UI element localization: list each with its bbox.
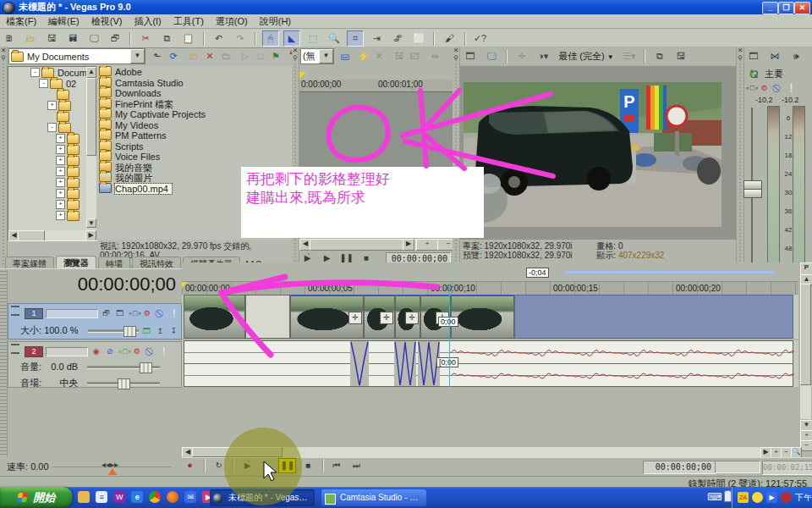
tree-item[interactable] xyxy=(8,89,96,100)
end-time-display[interactable]: 00:00:02;15 xyxy=(762,461,812,475)
track-1-header[interactable]: 1 🗗 🗔 ∘□∘ ⚙ ⃠ ❕ 大小: 100.0 % 🗖 ↥ ↧ xyxy=(8,303,182,340)
tree-item[interactable]: + xyxy=(8,199,96,210)
menu-item[interactable]: 工具(T) xyxy=(167,14,210,28)
dock-tab[interactable]: 專案媒體 xyxy=(5,257,54,268)
file-list-item[interactable]: Adobe xyxy=(96,66,292,77)
whats-this-help-icon[interactable]: ✓? xyxy=(472,30,489,47)
file-list-item[interactable]: Scripts xyxy=(96,141,292,152)
track-level-slider[interactable] xyxy=(88,329,139,333)
track-fx-icon[interactable]: 🗖 xyxy=(141,326,152,336)
selection-length-display[interactable] xyxy=(715,461,760,473)
tree-item[interactable]: + xyxy=(8,177,96,188)
auto-preview-icon[interactable]: ⚑ xyxy=(267,48,284,64)
minimize-button[interactable]: _ xyxy=(762,2,778,14)
selection-edit-tool-icon[interactable]: ⬚ xyxy=(304,30,321,47)
mute-icon[interactable]: ⃠ xyxy=(145,346,156,356)
file-list-item[interactable]: Downloads xyxy=(96,87,292,98)
track-fx-icon[interactable]: ⚙ xyxy=(131,346,142,356)
file-list-item[interactable]: My Videos xyxy=(96,119,292,130)
file-list-item[interactable]: Camtasia Studio xyxy=(96,77,292,88)
media-fx-icon[interactable]: ⚡ xyxy=(355,48,372,64)
normal-edit-tool-icon[interactable]: 🖰 xyxy=(262,30,279,47)
composite-mode-icon[interactable]: 🗔 xyxy=(114,308,125,318)
mute-icon[interactable]: ⃠ xyxy=(155,308,166,318)
start-button[interactable]: 開始 xyxy=(0,487,73,508)
pin-icon[interactable]: ⚲ xyxy=(737,54,743,62)
scroll-up-icon[interactable]: ▲ xyxy=(86,67,96,78)
play-from-start-icon[interactable]: ▶̍ xyxy=(239,459,255,472)
tree-expander-icon[interactable]: + xyxy=(56,178,65,187)
delete-icon[interactable]: ✕ xyxy=(201,48,218,64)
edit-details-icon[interactable]: 🗠 xyxy=(406,48,423,64)
go-to-start-icon[interactable]: ⏮ xyxy=(329,459,345,472)
open-icon[interactable]: 🗁 xyxy=(22,30,39,47)
menu-item[interactable]: 插入(I) xyxy=(128,14,167,28)
tree-item[interactable]: + xyxy=(8,100,96,111)
close-button[interactable]: ✕ xyxy=(794,2,810,14)
media-app-icon[interactable]: W xyxy=(113,491,125,503)
paste-icon[interactable]: 📋 xyxy=(180,30,197,47)
dock-tab[interactable]: 視訊特效 xyxy=(132,257,181,268)
cursor-time-display[interactable]: 00:00:00;00 xyxy=(643,461,716,474)
file-list-item[interactable]: FinePrint 檔案 xyxy=(96,98,292,109)
folder-tree[interactable]: -Docum-02+-++++++++ ▲ ▼ ◀ ▶ xyxy=(8,66,97,241)
close-icon[interactable]: ✕ xyxy=(737,47,743,54)
pan-slider[interactable] xyxy=(87,382,160,385)
close-icon[interactable]: ✕ xyxy=(292,47,299,54)
project-properties-icon[interactable]: 🗔 xyxy=(462,48,479,64)
track-2-header[interactable]: 2 ◉ ⊘ ∘□∘ ⚙ ⃠ ❕ 音量: 0.0 dB 音場: 中央 xyxy=(8,341,182,388)
properties-icon[interactable]: 🖵 xyxy=(85,30,102,47)
file-list-item[interactable]: PM Patterns xyxy=(96,130,292,141)
tray-smiley-icon[interactable] xyxy=(752,492,763,503)
track-name-field[interactable] xyxy=(46,309,98,318)
marker-label[interactable]: -0;04 xyxy=(526,268,549,278)
snapping-icon[interactable]: ⌗ xyxy=(347,30,364,47)
master-dock-handle[interactable]: ✕ ⚲ xyxy=(737,47,744,268)
bus-minimize-icon[interactable]: ◻ xyxy=(748,68,761,80)
tree-vscrollbar[interactable]: ▲ ▼ xyxy=(86,67,96,228)
tree-expander-icon[interactable]: + xyxy=(56,145,65,154)
trimmer-scrollbar[interactable]: ◀ ▶ + − xyxy=(299,239,453,250)
make-compositing-parent-icon[interactable]: ↥ xyxy=(155,326,166,336)
menu-item[interactable]: 檔案(F) xyxy=(0,14,42,28)
redo-icon[interactable]: ↷ xyxy=(232,30,249,47)
tree-item[interactable] xyxy=(8,111,96,122)
pan-crop-icon[interactable]: ✛ xyxy=(380,312,393,324)
automation-settings-icon[interactable]: ∘□∘ xyxy=(128,308,139,318)
automation-settings-icon[interactable]: ∘□∘ xyxy=(118,346,129,356)
pin-icon[interactable]: ⚲ xyxy=(0,54,7,62)
scroll-right-icon[interactable]: ▶ xyxy=(85,230,96,241)
tree-item[interactable]: + xyxy=(8,166,96,177)
play-icon[interactable]: ▶ xyxy=(259,459,275,472)
audio-track[interactable]: [0;00 xyxy=(182,340,798,387)
track-drag-handle-icon[interactable] xyxy=(11,306,19,316)
copy-snapshot-icon[interactable]: ⧉ xyxy=(651,48,668,64)
pan-type-icon[interactable]: ∘□∘ xyxy=(745,83,756,93)
tree-expander-icon[interactable]: + xyxy=(47,101,57,110)
video-event[interactable]: ✛ xyxy=(364,295,395,339)
file-list-item[interactable]: My Captivate Projects xyxy=(96,108,292,119)
solo-icon[interactable]: ❕ xyxy=(786,83,797,93)
scroll-down-icon[interactable]: ▼ xyxy=(86,218,96,228)
tree-expander-icon[interactable]: + xyxy=(56,167,65,176)
video-event[interactable] xyxy=(451,295,514,339)
tray-volume-icon[interactable] xyxy=(781,492,792,503)
timeline-time-display[interactable]: 00:00:00;00 xyxy=(8,273,176,295)
close-icon[interactable]: ✕ xyxy=(0,47,7,54)
tree-hscrollbar[interactable]: ◀ ▶ xyxy=(8,230,96,240)
loop-playback-icon[interactable]: ↻ xyxy=(211,459,227,472)
internet-explorer-icon[interactable]: e xyxy=(131,491,143,503)
tree-expander-icon[interactable]: + xyxy=(56,189,65,198)
stop-preview-icon[interactable]: □ xyxy=(252,48,269,64)
dim-output-icon[interactable]: 🕪 xyxy=(787,48,804,64)
pin-icon[interactable]: ⚲ xyxy=(292,54,299,62)
master-fader-handle-right[interactable] xyxy=(743,189,762,198)
tree-expander-icon[interactable]: + xyxy=(56,156,65,165)
invert-phase-icon[interactable]: ⊘ xyxy=(104,346,115,356)
dock-tab[interactable]: 瀏覽器 xyxy=(56,256,96,268)
chevron-down-icon[interactable]: ▼ xyxy=(319,49,333,64)
tree-expander-icon[interactable]: - xyxy=(39,79,48,88)
preview-quality-dropdown[interactable]: 最佳 (完全) ▼ xyxy=(558,51,616,61)
undo-icon[interactable]: ↶ xyxy=(211,30,228,47)
pan-crop-icon[interactable]: ✛ xyxy=(348,312,362,324)
